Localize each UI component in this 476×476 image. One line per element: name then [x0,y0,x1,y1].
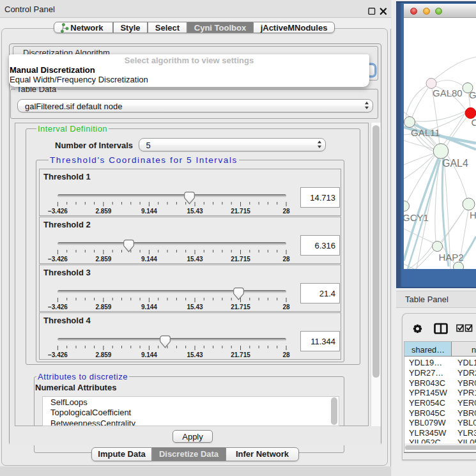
svg-text:GAL4: GAL4 [442,158,468,169]
svg-text:GAL11: GAL11 [411,127,440,138]
svg-text:GAL7: GAL7 [469,89,476,100]
svg-text:CDC1: CDC1 [472,117,476,128]
svg-text:GCY1: GCY1 [404,212,429,223]
svg-text:HAP2: HAP2 [439,252,464,263]
svg-text:HIS4: HIS4 [470,210,476,220]
svg-text:GAL80: GAL80 [433,88,463,98]
